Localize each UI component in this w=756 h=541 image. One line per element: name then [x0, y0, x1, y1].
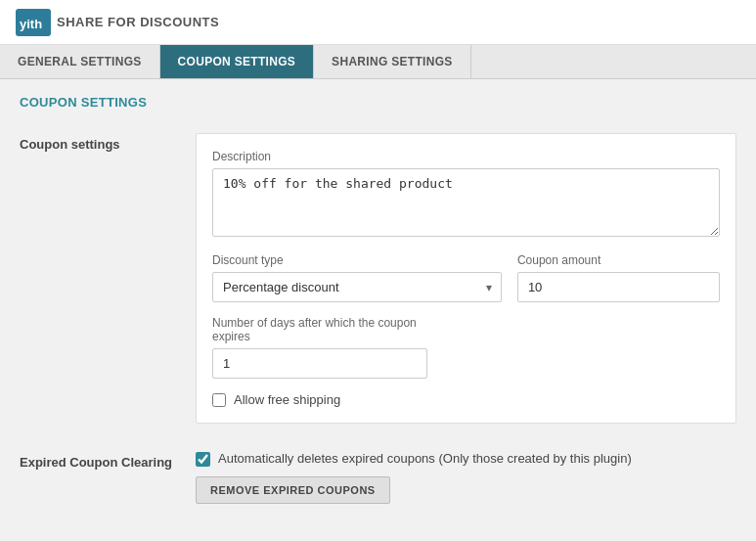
- coupon-amount-input[interactable]: [517, 272, 720, 302]
- days-field-group: Number of days after which the coupon ex…: [212, 316, 427, 379]
- remove-expired-coupons-button[interactable]: REMOVE EXPIRED COUPONS: [196, 476, 390, 504]
- free-shipping-checkbox[interactable]: [212, 393, 226, 407]
- discount-type-select[interactable]: Percentage discount Fixed cart discount …: [212, 272, 502, 302]
- discount-type-label: Discount type: [212, 253, 502, 267]
- description-label: Description: [212, 150, 720, 163]
- tab-coupon-settings[interactable]: COUPON SETTINGS: [160, 45, 315, 78]
- expired-coupon-content: Automatically deletes expired coupons (O…: [196, 451, 736, 504]
- tab-sharing-settings[interactable]: SHARING SETTINGS: [314, 45, 470, 78]
- coupon-amount-group: Coupon amount: [517, 253, 720, 302]
- coupon-settings-content: Description Discount type Percentage dis…: [196, 133, 736, 424]
- tab-general-settings[interactable]: GENERAL SETTINGS: [0, 45, 160, 78]
- description-field-group: Description: [212, 150, 720, 240]
- auto-delete-row: Automatically deletes expired coupons (O…: [196, 451, 736, 467]
- logo: yith SHARE FOR DISCOUNTS: [16, 9, 219, 36]
- free-shipping-label[interactable]: Allow free shipping: [234, 392, 340, 407]
- days-input[interactable]: [212, 348, 427, 379]
- discount-type-group: Discount type Percentage discount Fixed …: [212, 253, 502, 302]
- svg-text:yith: yith: [20, 17, 42, 31]
- expired-coupon-label: Expired Coupon Clearing: [20, 451, 196, 504]
- yith-logo: yith: [16, 9, 51, 36]
- app-header: yith SHARE FOR DISCOUNTS: [0, 0, 756, 45]
- auto-delete-checkbox[interactable]: [196, 452, 210, 467]
- section-title: COUPON SETTINGS: [20, 95, 736, 113]
- page-content: COUPON SETTINGS Coupon settings Descript…: [0, 79, 756, 539]
- free-shipping-row: Allow free shipping: [212, 392, 720, 407]
- auto-delete-label[interactable]: Automatically deletes expired coupons (O…: [218, 451, 632, 466]
- header-title: SHARE FOR DISCOUNTS: [57, 15, 219, 29]
- coupon-settings-label: Coupon settings: [20, 133, 196, 424]
- expired-coupon-row: Expired Coupon Clearing Automatically de…: [20, 451, 736, 504]
- coupon-settings-row: Coupon settings Description Discount typ…: [20, 133, 736, 424]
- tab-navigation: GENERAL SETTINGS COUPON SETTINGS SHARING…: [0, 45, 756, 79]
- coupon-amount-label: Coupon amount: [517, 253, 720, 267]
- description-input[interactable]: [212, 168, 720, 237]
- discount-coupon-row: Discount type Percentage discount Fixed …: [212, 253, 720, 302]
- discount-type-select-wrapper: Percentage discount Fixed cart discount …: [212, 272, 502, 302]
- days-label: Number of days after which the coupon ex…: [212, 316, 427, 343]
